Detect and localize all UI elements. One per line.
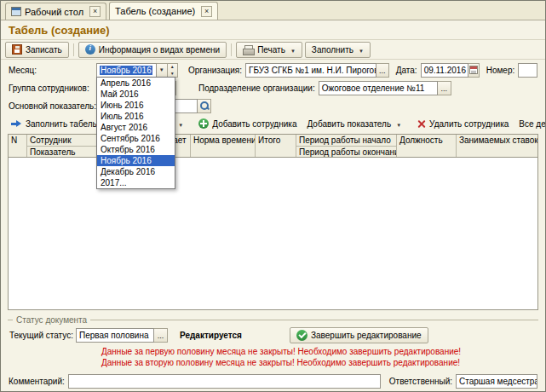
toolbar-separator — [73, 43, 74, 56]
month-dropdown-list: Апрель 2016 Май 2016 Июнь 2016 Июль 2016… — [96, 77, 175, 189]
department-input[interactable]: Ожоговое отделение №11 — [319, 81, 438, 95]
column-period[interactable]: Период работы начало Период работы оконч… — [296, 135, 397, 157]
calendar-button[interactable] — [468, 63, 480, 78]
month-spinner[interactable] — [168, 63, 178, 78]
date-value: 09.11.2016 0 — [424, 66, 468, 75]
chevron-down-icon — [359, 45, 364, 55]
organization-label: Организация: — [188, 66, 242, 75]
status-group-header[interactable]: Статус документа — [8, 314, 538, 325]
delete-employee-button[interactable]: Удалить сотрудника — [412, 116, 513, 131]
month-input[interactable]: Ноябрь 2016 — [96, 63, 157, 78]
row-main-indicator: Основной показатель: — [9, 98, 537, 113]
row-month: Месяц: Ноябрь 2016 Организация: ГБУЗ СГК… — [9, 62, 537, 78]
finish-editing-button[interactable]: Завершить редактирование — [290, 327, 428, 343]
editing-state-text: Редактируется — [180, 331, 242, 340]
chevron-down-icon — [178, 119, 183, 129]
column-rate[interactable]: Занимаемых ставок — [457, 135, 537, 157]
fill-menu-button[interactable]: Заполнить — [305, 42, 371, 58]
printer-icon — [243, 45, 254, 55]
responsible-input[interactable]: Старшая медсестра — [456, 374, 537, 389]
column-period-start-label: Период работы начало — [296, 135, 396, 146]
current-status-input[interactable]: Первая половина — [76, 328, 154, 343]
column-total[interactable]: Итого — [256, 135, 296, 157]
responsible-value: Старшая медсестра — [459, 377, 537, 386]
month-option[interactable]: Август 2016 — [97, 122, 175, 133]
tab-close-icon[interactable] — [201, 6, 212, 17]
column-n[interactable]: N — [9, 135, 27, 157]
responsible-label: Ответственный: — [389, 377, 452, 386]
tab-timesheet[interactable]: Табель (создание) — [109, 2, 218, 20]
delete-icon — [417, 119, 426, 129]
fill-menu-label: Заполнить — [312, 45, 353, 55]
column-period-end-label: Период работы окончание — [296, 146, 396, 158]
main-indicator-search-button[interactable] — [198, 99, 211, 113]
department-value: Ожоговое отделение №11 — [322, 84, 425, 93]
timesheet-table: N Сотрудник Показатель Не работает Норма… — [8, 134, 538, 310]
time-types-info-label: Информация о видах времени — [99, 45, 220, 55]
toolbar-separator — [231, 43, 232, 56]
info-icon — [85, 44, 95, 55]
save-icon — [12, 44, 22, 55]
time-types-info-button[interactable]: Информация о видах времени — [78, 42, 227, 58]
column-position[interactable]: Должность — [397, 135, 457, 157]
month-option[interactable]: Июль 2016 — [97, 111, 175, 122]
date-input[interactable]: 09.11.2016 0 — [421, 63, 468, 78]
status-group-title: Статус документа — [16, 315, 87, 325]
desktop-icon — [11, 7, 21, 16]
page-title: Табель (создание) — [9, 24, 110, 37]
month-option[interactable]: Апрель 2016 — [97, 78, 175, 89]
add-indicator-button[interactable]: Добавить показатель — [302, 116, 405, 131]
spin-up-icon[interactable] — [168, 64, 177, 71]
month-option[interactable]: Июнь 2016 — [97, 100, 175, 111]
print-button[interactable]: Печать — [236, 42, 302, 58]
tab-desktop[interactable]: Рабочий стол — [5, 3, 106, 20]
month-label: Месяц: — [9, 66, 96, 75]
comment-label: Комментарий: — [9, 377, 65, 386]
number-input[interactable] — [518, 63, 537, 78]
table-body[interactable] — [9, 158, 537, 309]
finish-editing-label: Завершить редактирование — [311, 331, 422, 340]
warning-first-half: Данные за первую половину месяца не закр… — [101, 347, 461, 356]
organization-value: ГБУЗ СГКБ №1 им. Н.И. Пирогова — [249, 66, 376, 75]
save-button[interactable]: Записать — [5, 42, 69, 58]
current-status-value: Первая половина — [79, 331, 149, 340]
tab-bar: Рабочий стол Табель (создание) — [1, 1, 545, 20]
column-norm[interactable]: Норма времени — [191, 135, 256, 157]
main-toolbar: Записать Информация о видах времени Печа… — [1, 39, 545, 60]
employee-group-label: Группа сотрудников: — [9, 84, 96, 93]
tab-close-icon[interactable] — [89, 6, 101, 17]
footer-row: Комментарий: Ответственный: Старшая медс… — [9, 374, 537, 389]
status-row: Текущий статус: Первая половина ... Реда… — [9, 327, 537, 343]
current-status-select-button[interactable]: ... — [154, 328, 168, 343]
calendar-icon — [469, 66, 478, 74]
month-option[interactable]: Октябрь 2016 — [97, 144, 175, 155]
month-option[interactable]: Сентябрь 2016 — [97, 133, 175, 144]
month-option[interactable]: Май 2016 — [97, 89, 175, 100]
month-dropdown-button[interactable] — [157, 63, 168, 78]
all-actions-button[interactable]: Все действия — [514, 116, 546, 131]
group-line — [8, 320, 13, 320]
organization-select-button[interactable]: ... — [376, 63, 389, 78]
fill-arrow-icon — [11, 119, 22, 129]
date-label: Дата: — [396, 66, 417, 75]
table-toolbar: Заполнить табель по план-графику Добавит… — [1, 115, 545, 132]
tab-timesheet-label: Табель (создание) — [115, 6, 195, 16]
add-employee-button[interactable]: Добавить сотрудника — [194, 116, 301, 131]
main-indicator-label: Основной показатель: — [9, 101, 96, 111]
month-option[interactable]: 2017... — [97, 177, 175, 188]
fill-timesheet-button[interactable]: Заполнить табель — [7, 116, 101, 131]
group-line — [90, 320, 538, 320]
spin-down-icon[interactable] — [168, 70, 177, 77]
all-actions-label: Все действия — [519, 119, 546, 129]
add-icon — [198, 118, 209, 129]
month-option[interactable]: Декабрь 2016 — [97, 166, 175, 177]
department-select-button[interactable]: ... — [438, 81, 451, 95]
fill-timesheet-label: Заполнить табель — [26, 119, 97, 129]
app-window: Рабочий стол Табель (создание) Табель (с… — [0, 0, 546, 392]
month-value: Ноябрь 2016 — [100, 66, 152, 75]
comment-input[interactable] — [68, 374, 381, 389]
finish-check-icon — [296, 330, 307, 341]
chevron-down-icon — [396, 119, 401, 129]
month-option-selected[interactable]: Ноябрь 2016 — [97, 155, 175, 166]
organization-input[interactable]: ГБУЗ СГКБ №1 им. Н.И. Пирогова — [245, 63, 376, 78]
